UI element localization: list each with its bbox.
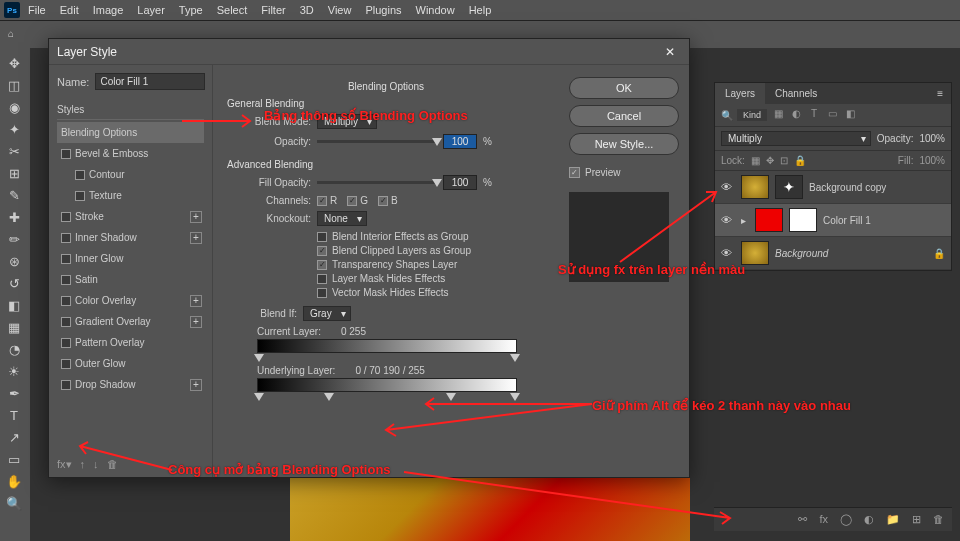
current-layer-slider[interactable] [257, 339, 517, 353]
fx-icon[interactable]: fx [819, 513, 828, 526]
lock-position-icon[interactable]: ✥ [766, 155, 774, 166]
style-drop-shadow[interactable]: Drop Shadow+ [57, 374, 204, 395]
menu-image[interactable]: Image [87, 2, 130, 18]
cancel-button[interactable]: Cancel [569, 105, 679, 127]
adjustment-layer-icon[interactable]: ◐ [864, 513, 874, 526]
style-color-overlay[interactable]: Color Overlay+ [57, 290, 204, 311]
menu-select[interactable]: Select [211, 2, 254, 18]
blend-if-dropdown[interactable]: Gray [303, 306, 351, 321]
filter-type-icon[interactable]: T [807, 108, 821, 122]
arrow-up-icon[interactable]: ↑ [80, 458, 86, 471]
menu-layer[interactable]: Layer [131, 2, 171, 18]
menu-type[interactable]: Type [173, 2, 209, 18]
stamp-tool-icon[interactable]: ⊛ [0, 250, 28, 272]
pen-tool-icon[interactable]: ✒ [0, 382, 28, 404]
filter-pixel-icon[interactable]: ▦ [771, 108, 785, 122]
fx-icon[interactable]: fx▾ [57, 458, 72, 471]
channel-g-checkbox[interactable]: ✓ [347, 196, 357, 206]
lock-pixels-icon[interactable]: ▦ [751, 155, 760, 166]
shape-tool-icon[interactable]: ▭ [0, 448, 28, 470]
menu-view[interactable]: View [322, 2, 358, 18]
layer-row-color-fill[interactable]: 👁 ▸ Color Fill 1 [715, 204, 951, 237]
style-outer-glow[interactable]: Outer Glow [57, 353, 204, 374]
lock-artboard-icon[interactable]: ⊡ [780, 155, 788, 166]
gradient-tool-icon[interactable]: ▦ [0, 316, 28, 338]
eraser-tool-icon[interactable]: ◧ [0, 294, 28, 316]
visibility-icon[interactable]: 👁 [721, 214, 735, 226]
filter-kind-dropdown[interactable]: Kind [737, 109, 767, 121]
history-tool-icon[interactable]: ↺ [0, 272, 28, 294]
zoom-tool-icon[interactable]: 🔍 [0, 492, 28, 514]
style-bevel[interactable]: Bevel & Emboss [57, 143, 204, 164]
move-tool-icon[interactable]: ✥ [0, 52, 28, 74]
menu-help[interactable]: Help [463, 2, 498, 18]
crop-tool-icon[interactable]: ✂ [0, 140, 28, 162]
menu-window[interactable]: Window [410, 2, 461, 18]
link-layers-icon[interactable]: ⚯ [798, 513, 807, 526]
hand-tool-icon[interactable]: ✋ [0, 470, 28, 492]
marquee-tool-icon[interactable]: ◫ [0, 74, 28, 96]
transparency-checkbox[interactable]: ✓ [317, 260, 327, 270]
menu-edit[interactable]: Edit [54, 2, 85, 18]
fill-opacity-slider[interactable] [317, 181, 437, 184]
fill-opacity-input[interactable] [443, 175, 477, 190]
group-icon[interactable]: 📁 [886, 513, 900, 526]
menu-file[interactable]: File [22, 2, 52, 18]
filter-adj-icon[interactable]: ◐ [789, 108, 803, 122]
wand-tool-icon[interactable]: ✦ [0, 118, 28, 140]
frame-tool-icon[interactable]: ⊞ [0, 162, 28, 184]
opacity-input[interactable] [443, 134, 477, 149]
menu-3d[interactable]: 3D [294, 2, 320, 18]
style-texture[interactable]: Texture [57, 185, 204, 206]
brush-tool-icon[interactable]: ✏ [0, 228, 28, 250]
style-contour[interactable]: Contour [57, 164, 204, 185]
new-style-button[interactable]: New Style... [569, 133, 679, 155]
layer-row-background[interactable]: 👁 Background 🔒 [715, 237, 951, 270]
mask-icon[interactable]: ◯ [840, 513, 852, 526]
blend-mode-dropdown[interactable]: Multiply [317, 114, 377, 129]
filter-kind-icon[interactable]: 🔍 [721, 110, 733, 121]
layer-mask-checkbox[interactable] [317, 274, 327, 284]
filter-shape-icon[interactable]: ▭ [825, 108, 839, 122]
underlying-slider[interactable] [257, 378, 517, 392]
path-tool-icon[interactable]: ↗ [0, 426, 28, 448]
style-gradient-overlay[interactable]: Gradient Overlay+ [57, 311, 204, 332]
layer-name-input[interactable] [95, 73, 205, 90]
delete-layer-icon[interactable]: 🗑 [933, 513, 944, 526]
style-pattern-overlay[interactable]: Pattern Overlay [57, 332, 204, 353]
style-blending-options[interactable]: Blending Options [57, 122, 204, 143]
home-icon[interactable]: ⌂ [8, 28, 22, 42]
tab-channels[interactable]: Channels [765, 83, 827, 104]
panel-menu-icon[interactable]: ≡ [929, 83, 951, 104]
menu-plugins[interactable]: Plugins [359, 2, 407, 18]
lock-all-icon[interactable]: 🔒 [794, 155, 806, 166]
blend-interior-checkbox[interactable] [317, 232, 327, 242]
healing-tool-icon[interactable]: ✚ [0, 206, 28, 228]
channel-r-checkbox[interactable]: ✓ [317, 196, 327, 206]
trash-icon[interactable]: 🗑 [107, 458, 118, 471]
preview-checkbox[interactable]: ✓ [569, 167, 580, 178]
ok-button[interactable]: OK [569, 77, 679, 99]
layer-fill-value[interactable]: 100% [919, 155, 945, 166]
visibility-icon[interactable]: 👁 [721, 247, 735, 259]
style-stroke[interactable]: Stroke+ [57, 206, 204, 227]
lasso-tool-icon[interactable]: ◉ [0, 96, 28, 118]
tab-layers[interactable]: Layers [715, 83, 765, 104]
dodge-tool-icon[interactable]: ☀ [0, 360, 28, 382]
filter-smart-icon[interactable]: ◧ [843, 108, 857, 122]
style-inner-shadow[interactable]: Inner Shadow+ [57, 227, 204, 248]
vector-mask-checkbox[interactable] [317, 288, 327, 298]
arrow-down-icon[interactable]: ↓ [93, 458, 99, 471]
layer-blend-mode-dropdown[interactable]: Multiply [721, 131, 871, 146]
blend-clipped-checkbox[interactable]: ✓ [317, 246, 327, 256]
type-tool-icon[interactable]: T [0, 404, 28, 426]
opacity-slider[interactable] [317, 140, 437, 143]
knockout-dropdown[interactable]: None [317, 211, 367, 226]
layer-row-bg-copy[interactable]: 👁 ✦ Background copy [715, 171, 951, 204]
style-satin[interactable]: Satin [57, 269, 204, 290]
blur-tool-icon[interactable]: ◔ [0, 338, 28, 360]
menu-filter[interactable]: Filter [255, 2, 291, 18]
channel-b-checkbox[interactable]: ✓ [378, 196, 388, 206]
close-icon[interactable]: ✕ [659, 43, 681, 61]
style-inner-glow[interactable]: Inner Glow [57, 248, 204, 269]
